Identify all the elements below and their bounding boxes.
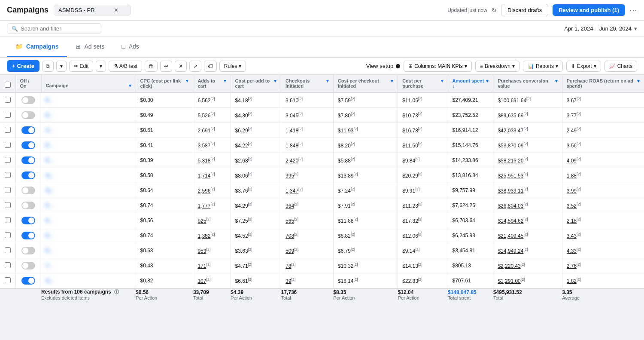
row-checkbox[interactable] [5, 127, 11, 133]
row-campaign-name[interactable]: B... [41, 153, 136, 168]
rules-button[interactable]: Rules ▾ [219, 61, 246, 72]
row-checkbox[interactable] [5, 157, 11, 163]
row-checkbox-cell[interactable] [0, 258, 15, 273]
row-campaign-name[interactable]: B... [41, 138, 136, 153]
row-checkouts[interactable]: 3,045[2] [281, 108, 334, 123]
row-checkouts[interactable]: 1,848[2] [281, 138, 334, 153]
cost-purchase-sort-icon[interactable]: ▾ [441, 78, 444, 84]
purchases-cv-sort-icon[interactable]: ▾ [555, 78, 558, 84]
row-adds[interactable]: 6,562[2] [193, 92, 231, 108]
row-purchases-cv[interactable]: $38,939.11[2] [493, 183, 562, 198]
review-publish-button[interactable]: Review and publish (1) [553, 4, 625, 16]
checkouts-sort-icon[interactable]: ▾ [326, 78, 329, 84]
row-checkbox-cell[interactable] [0, 243, 15, 258]
row-checkbox-cell[interactable] [0, 168, 15, 183]
th-cost-checkout[interactable]: Cost per checkout initiated▾ [333, 75, 398, 92]
row-checkouts[interactable]: 995[2] [281, 168, 334, 183]
row-toggle-cell[interactable] [16, 153, 42, 168]
row-purchases-cv[interactable]: $53,870.09[2] [493, 138, 562, 153]
row-toggle-cell[interactable] [16, 198, 42, 213]
row-roas[interactable]: 3.43[2] [562, 228, 644, 243]
row-roas[interactable]: 3.77[2] [562, 108, 644, 123]
discard-drafts-button[interactable]: Discard drafts [501, 4, 548, 16]
toggle-off[interactable] [21, 96, 35, 104]
columns-button[interactable]: ⊞ Columns: MAIN KPIs ▾ [404, 61, 472, 72]
toggle-off[interactable] [21, 111, 35, 119]
row-campaign-name[interactable]: B... [41, 243, 136, 258]
export-button[interactable]: ⬇ Export ▾ [566, 61, 601, 72]
view-setup[interactable]: View setup [366, 63, 400, 69]
row-checkbox-cell[interactable] [0, 92, 15, 108]
th-adds-to-cart[interactable]: Adds to cart▾ [193, 75, 231, 92]
row-checkouts[interactable]: 565[2] [281, 213, 334, 228]
th-amount-spent[interactable]: Amount spent ↓▾ [448, 75, 493, 92]
row-purchases-cv[interactable]: $21,409.45[2] [493, 228, 562, 243]
th-cost-add-to-cart[interactable]: Cost per add to cart▾ [231, 75, 281, 92]
tag-button[interactable]: 🏷 [204, 61, 217, 72]
toggle-on[interactable] [21, 232, 35, 239]
row-roas[interactable]: 1.88[2] [562, 168, 644, 183]
search-input[interactable] [21, 25, 97, 32]
th-purchases-cv[interactable]: Purchases conversion value▾ [493, 75, 562, 92]
row-adds[interactable]: 5,318[2] [193, 153, 231, 168]
row-roas[interactable]: 1.82[2] [562, 273, 644, 289]
row-checkbox[interactable] [5, 97, 11, 103]
delete-button[interactable]: 🗑 [145, 61, 158, 72]
row-campaign-name[interactable]: B... [41, 228, 136, 243]
duplicate-chevron-button[interactable]: ▾ [56, 61, 67, 72]
toggle-off[interactable] [21, 187, 35, 194]
toggle-on[interactable] [21, 172, 35, 179]
row-adds[interactable]: 1,382[2] [193, 228, 231, 243]
row-roas[interactable]: 4.09[2] [562, 153, 644, 168]
row-purchases-cv[interactable]: $2,220.43[2] [493, 258, 562, 273]
row-toggle-cell[interactable] [16, 258, 42, 273]
th-cpc[interactable]: CPC (cost per link click)▾ [136, 75, 193, 92]
row-roas[interactable]: 2.76[2] [562, 258, 644, 273]
row-checkouts[interactable]: 964[2] [281, 198, 334, 213]
row-toggle-cell[interactable] [16, 168, 42, 183]
row-checkbox-cell[interactable] [0, 138, 15, 153]
row-checkbox-cell[interactable] [0, 228, 15, 243]
toggle-on[interactable] [21, 277, 35, 285]
row-checkouts[interactable]: 2,420[2] [281, 153, 334, 168]
reports-button[interactable]: 📊 Reports ▾ [523, 61, 563, 72]
date-picker[interactable]: Apr 1, 2024 – Jun 20, 2024 ▾ [564, 25, 637, 32]
row-purchases-cv[interactable]: $89,635.69[2] [493, 108, 562, 123]
row-roas[interactable]: 3.99[2] [562, 183, 644, 198]
row-purchases-cv[interactable]: $100,691.64[2] [493, 92, 562, 108]
row-toggle-cell[interactable] [16, 123, 42, 138]
th-checkouts[interactable]: Checkouts Initiated▾ [281, 75, 334, 92]
edit-button[interactable]: ✏ Edit [69, 61, 93, 72]
tab-ads[interactable]: □ Ads [113, 37, 148, 57]
row-checkbox[interactable] [5, 262, 11, 268]
row-checkouts[interactable]: 1,418[2] [281, 123, 334, 138]
duplicate-button[interactable]: ⧉ [42, 61, 54, 72]
row-campaign-name[interactable]: B... [41, 213, 136, 228]
row-checkbox[interactable] [5, 172, 11, 178]
row-campaign-name[interactable]: 4(... [41, 168, 136, 183]
toggle-off[interactable] [21, 247, 35, 254]
row-campaign-name[interactable]: H... [41, 123, 136, 138]
row-adds[interactable]: 2,596[2] [193, 183, 231, 198]
tab-campaigns[interactable]: 📁 Campaigns [7, 37, 67, 57]
row-toggle-cell[interactable] [16, 108, 42, 123]
row-campaign-name[interactable]: B... [41, 108, 136, 123]
row-roas[interactable]: 3.56[2] [562, 138, 644, 153]
amount-spent-sort-icon[interactable]: ▾ [486, 78, 489, 84]
row-checkbox[interactable] [5, 277, 11, 283]
row-checkbox-cell[interactable] [0, 153, 15, 168]
cpc-sort-icon[interactable]: ▾ [186, 78, 188, 84]
toggle-off[interactable] [21, 202, 35, 209]
ab-test-button[interactable]: ⚗ A/B test [109, 61, 142, 72]
row-checkouts[interactable]: 708[2] [281, 228, 334, 243]
undo-button[interactable]: ↩ [160, 61, 172, 72]
row-purchases-cv[interactable]: $14,594.62[2] [493, 213, 562, 228]
search-filter-wrap[interactable]: 🔍 [7, 23, 101, 34]
row-checkbox-cell[interactable] [0, 213, 15, 228]
row-checkbox[interactable] [5, 217, 11, 223]
row-adds[interactable]: 171[2] [193, 258, 231, 273]
row-toggle-cell[interactable] [16, 228, 42, 243]
row-checkbox[interactable] [5, 232, 11, 238]
toggle-on[interactable] [21, 217, 35, 224]
create-button[interactable]: + Create [7, 60, 39, 72]
